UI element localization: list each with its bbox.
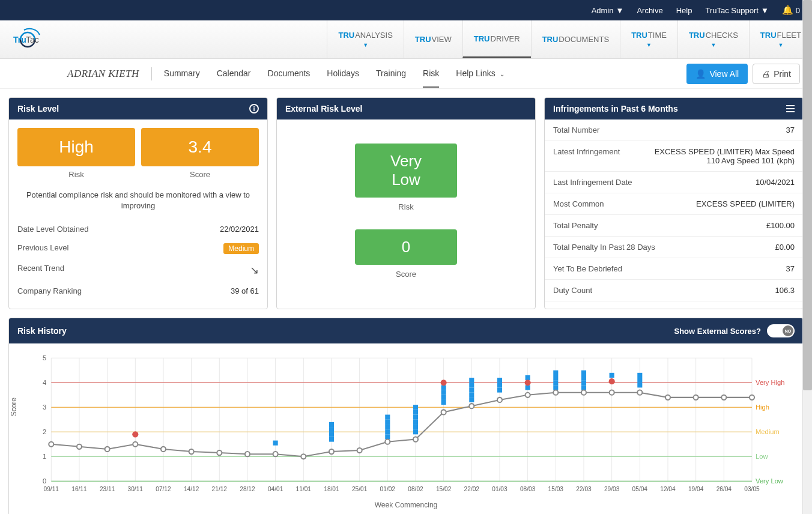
nav-tab-driver[interactable]: TRUDRIVER	[462, 20, 531, 58]
vertical-scrollbar[interactable]	[802, 0, 812, 514]
svg-rect-59	[413, 410, 418, 415]
svg-rect-53	[385, 415, 390, 420]
svg-rect-52	[329, 437, 334, 442]
card-title: Risk History	[17, 326, 67, 336]
subnav-risk[interactable]: Risk	[423, 60, 439, 88]
svg-text:08/02: 08/02	[408, 486, 423, 492]
card-title: Risk Level	[17, 104, 59, 113]
risk-level-card: Risk Level i High Risk 3.4 Score Potenti…	[8, 97, 268, 309]
subnav-training[interactable]: Training	[376, 60, 406, 88]
risk-description: Potential compliance risk and should be …	[17, 190, 259, 211]
print-icon: 🖨	[762, 69, 770, 79]
svg-text:Medium: Medium	[756, 429, 780, 436]
archive-link[interactable]: Archive	[637, 6, 662, 15]
svg-text:07/12: 07/12	[156, 486, 171, 492]
svg-rect-79	[553, 375, 558, 380]
svg-text:22/02: 22/02	[464, 486, 480, 492]
external-scores-toggle[interactable]: NO	[767, 324, 795, 337]
svg-rect-64	[441, 386, 446, 390]
main-navbar: Tru Tac TRUANALYSIS▼TRUVIEWTRUDRIVERTRUD…	[0, 20, 812, 59]
chart-ylabel: Score	[10, 398, 18, 416]
notifications-button[interactable]: 🔔0	[782, 5, 800, 16]
subnav-help-links[interactable]: Help Links ⌄	[456, 60, 504, 88]
svg-rect-83	[581, 375, 586, 380]
nav-tab-analysis[interactable]: TRUANALYSIS▼	[327, 20, 403, 58]
svg-point-111	[526, 393, 530, 398]
caret-down-icon: ▼	[778, 42, 783, 48]
risk-tile-label: Risk	[17, 170, 135, 179]
svg-point-96	[105, 447, 110, 452]
print-button[interactable]: 🖨Print	[753, 64, 800, 84]
driver-subnav: ADRIAN KIETH SummaryCalendarDocumentsHol…	[0, 59, 812, 89]
risk-history-card: Risk History Show External Scores? NO Sc…	[8, 318, 804, 514]
support-menu[interactable]: TruTac Support ▼	[705, 6, 768, 15]
svg-text:30/11: 30/11	[128, 486, 144, 492]
svg-point-118	[721, 395, 726, 400]
svg-point-91	[441, 380, 447, 386]
card-title: Infringements in Past 6 Months	[553, 104, 678, 113]
svg-rect-55	[385, 425, 390, 429]
svg-text:0: 0	[43, 478, 46, 485]
svg-text:05/04: 05/04	[632, 486, 648, 492]
admin-menu[interactable]: Admin ▼	[592, 6, 624, 15]
nav-tab-checks[interactable]: TRUCHECKS▼	[677, 20, 749, 58]
svg-rect-67	[441, 400, 446, 405]
nav-tab-documents[interactable]: TRUDOCUMENTS	[531, 20, 620, 58]
svg-text:4: 4	[43, 379, 46, 387]
chart-xlabel: Week Commencing	[9, 501, 803, 514]
svg-text:15/03: 15/03	[548, 486, 564, 492]
svg-point-95	[77, 444, 82, 449]
infringement-row: Last Infringement Date10/04/2021	[545, 172, 803, 193]
infringement-row: Total Number37	[545, 119, 803, 141]
caret-down-icon: ▼	[616, 6, 624, 15]
caret-down-icon: ▼	[710, 42, 716, 48]
nav-tab-time[interactable]: TRUTIME▼	[620, 20, 677, 58]
svg-text:21/12: 21/12	[212, 486, 228, 492]
driver-name: ADRIAN KIETH	[67, 68, 139, 80]
subnav-summary[interactable]: Summary	[164, 60, 200, 88]
svg-point-119	[750, 395, 754, 400]
scroll-thumb[interactable]	[803, 0, 812, 390]
svg-rect-68	[469, 378, 474, 382]
svg-point-98	[161, 447, 166, 452]
svg-text:Very Low: Very Low	[756, 478, 784, 485]
score-tile: 3.4	[141, 128, 259, 166]
svg-rect-66	[441, 395, 446, 400]
info-icon[interactable]: i	[249, 104, 259, 113]
svg-rect-69	[469, 383, 474, 388]
logo[interactable]: Tru Tac	[12, 26, 44, 53]
svg-rect-88	[637, 378, 642, 382]
view-all-button[interactable]: 👤View All	[686, 64, 748, 84]
svg-rect-76	[526, 375, 530, 380]
nav-tab-view[interactable]: TRUVIEW	[404, 20, 462, 58]
ext-risk-tile: Very Low	[355, 144, 457, 198]
svg-rect-70	[469, 388, 474, 393]
svg-text:Low: Low	[756, 453, 768, 461]
svg-text:28/12: 28/12	[240, 486, 255, 492]
help-link[interactable]: Help	[676, 6, 692, 15]
hamburger-icon[interactable]	[786, 105, 795, 112]
svg-rect-73	[497, 378, 502, 382]
svg-rect-58	[413, 405, 418, 410]
subnav-holidays[interactable]: Holidays	[327, 60, 359, 88]
subnav-documents[interactable]: Documents	[268, 60, 311, 88]
svg-text:1: 1	[43, 453, 46, 461]
svg-point-100	[217, 450, 222, 455]
chart-svg: 012345Very HighHighMediumLowVery Low09/1…	[39, 352, 795, 500]
svg-point-106	[385, 440, 390, 444]
svg-text:01/03: 01/03	[492, 486, 507, 492]
svg-rect-57	[385, 435, 390, 440]
toggle-label: Show External Scores?	[674, 327, 762, 336]
svg-text:5: 5	[43, 355, 46, 362]
svg-rect-51	[329, 432, 334, 437]
svg-point-117	[694, 395, 698, 400]
svg-text:3: 3	[43, 404, 46, 411]
infringement-row: Yet To Be Debriefed37	[545, 258, 803, 280]
svg-text:14/12: 14/12	[184, 486, 199, 492]
infringement-row: Total Penalty In Past 28 Days£0.00	[545, 237, 803, 258]
toggle-knob: NO	[783, 325, 793, 336]
card-title: External Risk Level	[285, 104, 362, 113]
subnav-calendar[interactable]: Calendar	[217, 60, 251, 88]
svg-text:08/03: 08/03	[520, 486, 536, 492]
infringement-row: Duty Count106.3	[545, 280, 803, 301]
